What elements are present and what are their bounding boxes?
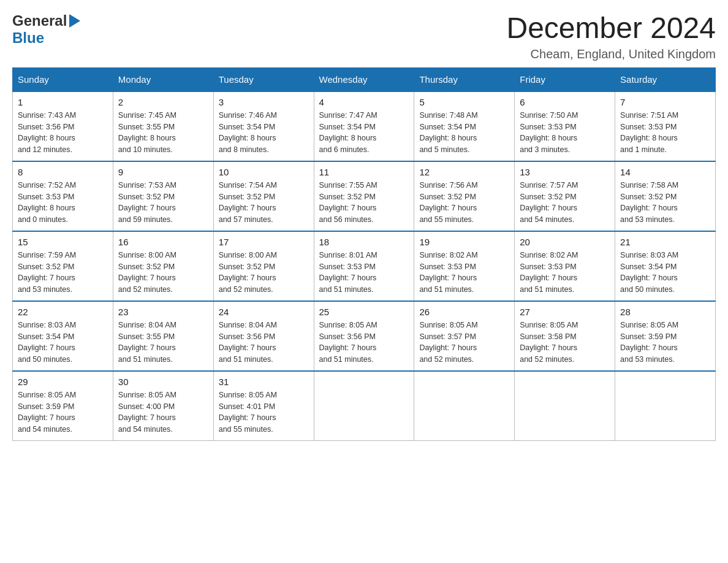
calendar-day-cell: 8 Sunrise: 7:52 AM Sunset: 3:53 PM Dayli… xyxy=(13,161,113,231)
calendar-day-cell xyxy=(414,371,515,441)
day-number: 28 xyxy=(620,307,710,317)
calendar-day-cell: 3 Sunrise: 7:46 AM Sunset: 3:54 PM Dayli… xyxy=(213,91,314,161)
day-number: 23 xyxy=(118,307,208,317)
calendar-week-row: 22 Sunrise: 8:03 AM Sunset: 3:54 PM Dayl… xyxy=(13,301,716,371)
weekday-header-monday: Monday xyxy=(113,67,213,91)
calendar-day-cell: 17 Sunrise: 8:00 AM Sunset: 3:52 PM Dayl… xyxy=(213,231,314,301)
day-info: Sunrise: 7:53 AM Sunset: 3:52 PM Dayligh… xyxy=(118,180,208,226)
day-number: 6 xyxy=(520,97,610,107)
day-info: Sunrise: 8:05 AM Sunset: 3:59 PM Dayligh… xyxy=(18,389,108,435)
day-info: Sunrise: 7:45 AM Sunset: 3:55 PM Dayligh… xyxy=(118,110,208,156)
calendar-day-cell: 16 Sunrise: 8:00 AM Sunset: 3:52 PM Dayl… xyxy=(113,231,213,301)
calendar-day-cell: 24 Sunrise: 8:04 AM Sunset: 3:56 PM Dayl… xyxy=(213,301,314,371)
day-number: 22 xyxy=(18,307,108,317)
logo-triangle-icon xyxy=(69,14,80,28)
calendar-day-cell: 25 Sunrise: 8:05 AM Sunset: 3:56 PM Dayl… xyxy=(314,301,414,371)
day-info: Sunrise: 7:58 AM Sunset: 3:52 PM Dayligh… xyxy=(620,180,710,226)
day-info: Sunrise: 7:51 AM Sunset: 3:53 PM Dayligh… xyxy=(620,110,710,156)
day-info: Sunrise: 8:00 AM Sunset: 3:52 PM Dayligh… xyxy=(219,250,309,296)
calendar-day-cell: 21 Sunrise: 8:03 AM Sunset: 3:54 PM Dayl… xyxy=(615,231,716,301)
weekday-header-tuesday: Tuesday xyxy=(213,67,314,91)
calendar-day-cell: 30 Sunrise: 8:05 AM Sunset: 4:00 PM Dayl… xyxy=(113,371,213,441)
day-info: Sunrise: 7:48 AM Sunset: 3:54 PM Dayligh… xyxy=(419,110,509,156)
location-text: Cheam, England, United Kingdom xyxy=(506,47,716,61)
day-info: Sunrise: 8:00 AM Sunset: 3:52 PM Dayligh… xyxy=(118,250,208,296)
calendar-day-cell: 20 Sunrise: 8:02 AM Sunset: 3:53 PM Dayl… xyxy=(515,231,615,301)
day-number: 26 xyxy=(419,307,509,317)
weekday-header-saturday: Saturday xyxy=(615,67,716,91)
calendar-day-cell: 7 Sunrise: 7:51 AM Sunset: 3:53 PM Dayli… xyxy=(615,91,716,161)
day-number: 31 xyxy=(219,377,309,387)
day-number: 11 xyxy=(319,167,409,177)
calendar-day-cell: 12 Sunrise: 7:56 AM Sunset: 3:52 PM Dayl… xyxy=(414,161,515,231)
calendar-day-cell: 28 Sunrise: 8:05 AM Sunset: 3:59 PM Dayl… xyxy=(615,301,716,371)
day-info: Sunrise: 7:50 AM Sunset: 3:53 PM Dayligh… xyxy=(520,110,610,156)
calendar-day-cell xyxy=(515,371,615,441)
calendar-day-cell: 11 Sunrise: 7:55 AM Sunset: 3:52 PM Dayl… xyxy=(314,161,414,231)
day-number: 21 xyxy=(620,237,710,247)
weekday-header-sunday: Sunday xyxy=(13,67,113,91)
calendar-day-cell: 29 Sunrise: 8:05 AM Sunset: 3:59 PM Dayl… xyxy=(13,371,113,441)
day-number: 24 xyxy=(219,307,309,317)
calendar-day-cell: 4 Sunrise: 7:47 AM Sunset: 3:54 PM Dayli… xyxy=(314,91,414,161)
calendar-day-cell: 6 Sunrise: 7:50 AM Sunset: 3:53 PM Dayli… xyxy=(515,91,615,161)
calendar-day-cell: 27 Sunrise: 8:05 AM Sunset: 3:58 PM Dayl… xyxy=(515,301,615,371)
calendar-day-cell: 14 Sunrise: 7:58 AM Sunset: 3:52 PM Dayl… xyxy=(615,161,716,231)
calendar-table: SundayMondayTuesdayWednesdayThursdayFrid… xyxy=(12,67,716,441)
calendar-day-cell: 10 Sunrise: 7:54 AM Sunset: 3:52 PM Dayl… xyxy=(213,161,314,231)
day-number: 17 xyxy=(219,237,309,247)
day-number: 12 xyxy=(419,167,509,177)
day-info: Sunrise: 8:04 AM Sunset: 3:56 PM Dayligh… xyxy=(219,320,309,366)
calendar-day-cell: 9 Sunrise: 7:53 AM Sunset: 3:52 PM Dayli… xyxy=(113,161,213,231)
day-info: Sunrise: 7:54 AM Sunset: 3:52 PM Dayligh… xyxy=(219,180,309,226)
calendar-week-row: 29 Sunrise: 8:05 AM Sunset: 3:59 PM Dayl… xyxy=(13,371,716,441)
day-info: Sunrise: 8:05 AM Sunset: 3:57 PM Dayligh… xyxy=(419,320,509,366)
day-info: Sunrise: 8:05 AM Sunset: 3:56 PM Dayligh… xyxy=(319,320,409,366)
logo-general-text: General xyxy=(12,12,67,29)
calendar-day-cell: 5 Sunrise: 7:48 AM Sunset: 3:54 PM Dayli… xyxy=(414,91,515,161)
calendar-day-cell: 22 Sunrise: 8:03 AM Sunset: 3:54 PM Dayl… xyxy=(13,301,113,371)
day-number: 1 xyxy=(18,97,108,107)
calendar-week-row: 1 Sunrise: 7:43 AM Sunset: 3:56 PM Dayli… xyxy=(13,91,716,161)
day-number: 8 xyxy=(18,167,108,177)
day-info: Sunrise: 8:03 AM Sunset: 3:54 PM Dayligh… xyxy=(18,320,108,366)
day-info: Sunrise: 8:02 AM Sunset: 3:53 PM Dayligh… xyxy=(419,250,509,296)
day-info: Sunrise: 7:55 AM Sunset: 3:52 PM Dayligh… xyxy=(319,180,409,226)
day-info: Sunrise: 8:05 AM Sunset: 4:01 PM Dayligh… xyxy=(219,389,309,435)
day-info: Sunrise: 7:56 AM Sunset: 3:52 PM Dayligh… xyxy=(419,180,509,226)
weekday-header-row: SundayMondayTuesdayWednesdayThursdayFrid… xyxy=(13,67,716,91)
day-number: 16 xyxy=(118,237,208,247)
day-number: 29 xyxy=(18,377,108,387)
day-info: Sunrise: 8:05 AM Sunset: 3:59 PM Dayligh… xyxy=(620,320,710,366)
day-number: 30 xyxy=(118,377,208,387)
day-number: 13 xyxy=(520,167,610,177)
day-info: Sunrise: 8:03 AM Sunset: 3:54 PM Dayligh… xyxy=(620,250,710,296)
calendar-day-cell: 1 Sunrise: 7:43 AM Sunset: 3:56 PM Dayli… xyxy=(13,91,113,161)
day-number: 14 xyxy=(620,167,710,177)
day-info: Sunrise: 7:46 AM Sunset: 3:54 PM Dayligh… xyxy=(219,110,309,156)
day-number: 7 xyxy=(620,97,710,107)
day-number: 27 xyxy=(520,307,610,317)
day-number: 9 xyxy=(118,167,208,177)
day-info: Sunrise: 8:01 AM Sunset: 3:53 PM Dayligh… xyxy=(319,250,409,296)
day-info: Sunrise: 8:04 AM Sunset: 3:55 PM Dayligh… xyxy=(118,320,208,366)
weekday-header-thursday: Thursday xyxy=(414,67,515,91)
day-info: Sunrise: 8:05 AM Sunset: 4:00 PM Dayligh… xyxy=(118,389,208,435)
calendar-day-cell: 19 Sunrise: 8:02 AM Sunset: 3:53 PM Dayl… xyxy=(414,231,515,301)
day-info: Sunrise: 8:02 AM Sunset: 3:53 PM Dayligh… xyxy=(520,250,610,296)
calendar-week-row: 8 Sunrise: 7:52 AM Sunset: 3:53 PM Dayli… xyxy=(13,161,716,231)
day-number: 4 xyxy=(319,97,409,107)
calendar-day-cell: 2 Sunrise: 7:45 AM Sunset: 3:55 PM Dayli… xyxy=(113,91,213,161)
day-info: Sunrise: 7:43 AM Sunset: 3:56 PM Dayligh… xyxy=(18,110,108,156)
logo: General Blue xyxy=(12,12,80,47)
day-info: Sunrise: 7:52 AM Sunset: 3:53 PM Dayligh… xyxy=(18,180,108,226)
day-number: 19 xyxy=(419,237,509,247)
calendar-day-cell xyxy=(615,371,716,441)
day-number: 15 xyxy=(18,237,108,247)
calendar-day-cell: 13 Sunrise: 7:57 AM Sunset: 3:52 PM Dayl… xyxy=(515,161,615,231)
day-info: Sunrise: 7:47 AM Sunset: 3:54 PM Dayligh… xyxy=(319,110,409,156)
calendar-week-row: 15 Sunrise: 7:59 AM Sunset: 3:52 PM Dayl… xyxy=(13,231,716,301)
title-section: December 2024 Cheam, England, United Kin… xyxy=(506,12,716,61)
day-info: Sunrise: 7:57 AM Sunset: 3:52 PM Dayligh… xyxy=(520,180,610,226)
day-number: 18 xyxy=(319,237,409,247)
